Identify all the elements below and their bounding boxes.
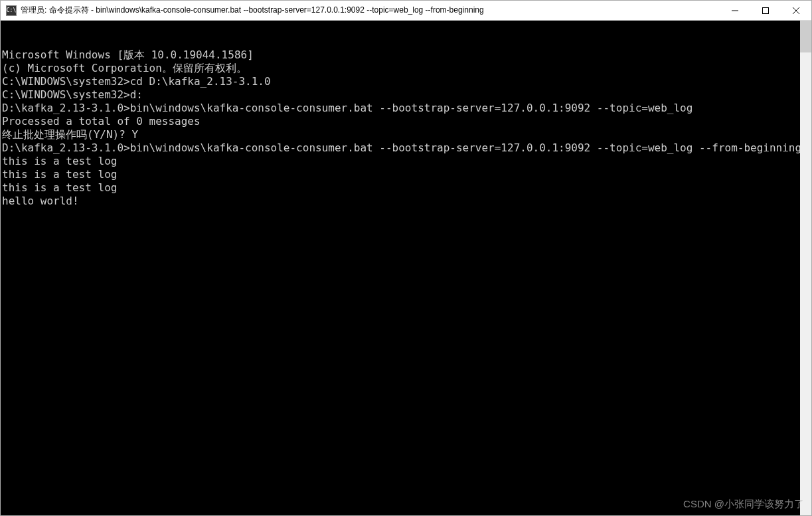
window-controls: [720, 1, 811, 20]
minimize-button[interactable]: [720, 1, 750, 20]
terminal-line: D:\kafka_2.13-3.1.0>bin\windows\kafka-co…: [2, 141, 810, 155]
terminal-line: C:\WINDOWS\system32>d:: [2, 88, 810, 102]
maximize-button[interactable]: [750, 1, 781, 20]
command-prompt-window: C:\ 管理员: 命令提示符 - bin\windows\kafka-conso…: [0, 0, 812, 516]
cmd-icon: C:\: [6, 5, 17, 16]
terminal-line: 终止批处理操作吗(Y/N)? Y: [2, 128, 810, 141]
terminal-line: this is a test log: [2, 168, 810, 181]
terminal-line: this is a test log: [2, 155, 810, 168]
terminal-line: C:\WINDOWS\system32>cd D:\kafka_2.13-3.1…: [2, 75, 810, 88]
terminal-line: D:\kafka_2.13-3.1.0>bin\windows\kafka-co…: [2, 102, 810, 115]
terminal-content: Microsoft Windows [版本 10.0.19044.1586](c…: [2, 48, 810, 208]
scrollbar-thumb[interactable]: [800, 21, 811, 52]
svg-rect-1: [763, 7, 769, 13]
terminal-line: this is a test log: [2, 181, 810, 195]
titlebar[interactable]: C:\ 管理员: 命令提示符 - bin\windows\kafka-conso…: [1, 1, 811, 21]
terminal-line: (c) Microsoft Corporation。保留所有权利。: [2, 62, 810, 75]
terminal-line: Microsoft Windows [版本 10.0.19044.1586]: [2, 48, 810, 62]
terminal-line: Processed a total of 0 messages: [2, 115, 810, 128]
scrollbar-track[interactable]: [800, 21, 811, 515]
terminal-line: hello world!: [2, 195, 810, 208]
window-title: 管理员: 命令提示符 - bin\windows\kafka-console-c…: [21, 5, 720, 16]
close-button[interactable]: [781, 1, 811, 20]
terminal-area[interactable]: Microsoft Windows [版本 10.0.19044.1586](c…: [1, 21, 811, 515]
